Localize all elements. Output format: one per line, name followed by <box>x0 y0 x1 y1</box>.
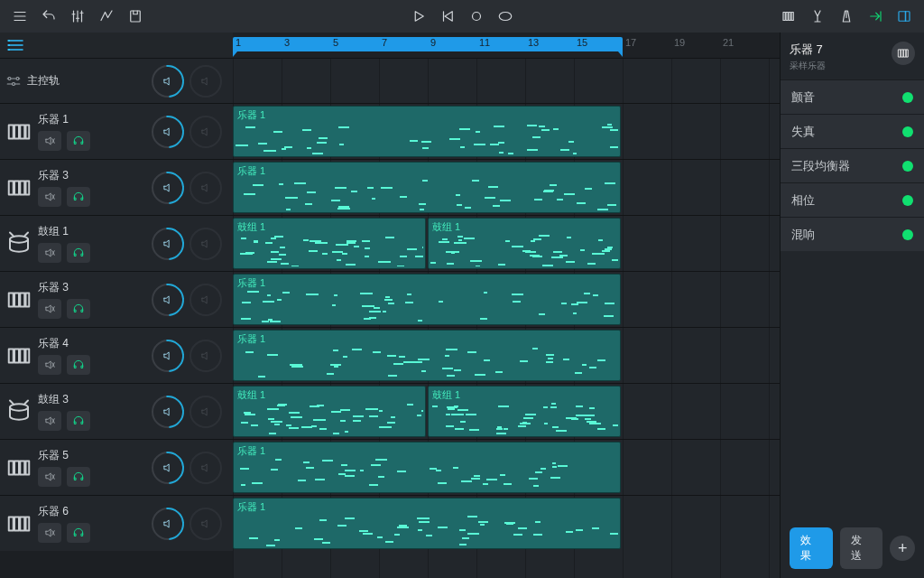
clip[interactable]: 乐器 1 <box>233 162 621 213</box>
effect-on-indicator[interactable] <box>902 126 913 137</box>
volume-knob[interactable] <box>152 396 184 428</box>
clip[interactable]: 鼓组 1 <box>428 218 621 269</box>
pan-knob[interactable] <box>189 452 222 484</box>
effect-item[interactable]: 失真 <box>781 114 924 148</box>
pan-knob[interactable] <box>189 172 222 204</box>
effect-item[interactable]: 相位 <box>781 182 924 217</box>
effect-item[interactable]: 三段均衡器 <box>781 148 924 182</box>
pan-knob[interactable] <box>189 116 222 148</box>
metronome-icon[interactable] <box>834 4 859 29</box>
track-row[interactable]: 乐器 3 <box>0 271 233 327</box>
timeline-row[interactable]: 乐器 1 <box>233 439 780 495</box>
menu-icon[interactable] <box>7 4 32 29</box>
monitor-button[interactable] <box>67 355 90 375</box>
timeline-row[interactable]: 乐器 1 <box>233 495 780 551</box>
mute-button[interactable] <box>38 243 61 263</box>
track-row[interactable]: 鼓组 1 <box>0 215 233 271</box>
pan-knob[interactable] <box>189 396 222 428</box>
track-row[interactable]: 鼓组 3 <box>0 383 233 439</box>
clip[interactable]: 乐器 1 <box>233 274 621 325</box>
loop-icon[interactable] <box>493 4 518 29</box>
loop-region[interactable] <box>233 37 623 51</box>
pan-knob[interactable] <box>189 340 222 372</box>
timeline-row[interactable]: 乐器 1 <box>233 159 780 215</box>
add-effect-button[interactable]: + <box>890 536 915 561</box>
pan-knob[interactable] <box>189 65 222 98</box>
rewind-icon[interactable] <box>435 4 460 29</box>
clip[interactable]: 鼓组 1 <box>233 218 426 269</box>
timeline-row[interactable]: 鼓组 1鼓组 1 <box>233 383 780 439</box>
automation-icon[interactable] <box>94 4 119 29</box>
undo-icon[interactable] <box>36 4 61 29</box>
drum-icon <box>5 230 32 257</box>
mute-button[interactable] <box>38 467 61 487</box>
record-icon[interactable] <box>464 4 489 29</box>
clip[interactable]: 乐器 1 <box>233 498 621 549</box>
track-row[interactable]: 乐器 6 <box>0 495 233 551</box>
pan-knob[interactable] <box>189 508 222 540</box>
effect-item[interactable]: 混响 <box>781 217 924 251</box>
volume-knob[interactable] <box>152 65 184 98</box>
volume-knob[interactable] <box>152 340 184 372</box>
clip[interactable]: 鼓组 1 <box>428 386 621 437</box>
svg-rect-41 <box>904 50 906 57</box>
volume-knob[interactable] <box>152 228 184 260</box>
monitor-button[interactable] <box>67 187 90 207</box>
effect-on-indicator[interactable] <box>902 161 913 172</box>
settings-icon[interactable] <box>5 73 22 89</box>
monitor-button[interactable] <box>67 411 90 431</box>
timeline-row[interactable]: 鼓组 1鼓组 1 <box>233 215 780 271</box>
mute-button[interactable] <box>38 355 61 375</box>
monitor-button[interactable] <box>67 243 90 263</box>
mixer-icon[interactable] <box>65 4 90 29</box>
clip[interactable]: 乐器 1 <box>233 106 621 157</box>
mute-button[interactable] <box>38 131 61 151</box>
svg-rect-5 <box>791 13 793 21</box>
master-track[interactable]: 主控轨 <box>0 58 233 103</box>
view-mode-icon[interactable] <box>7 39 23 51</box>
volume-knob[interactable] <box>152 172 184 204</box>
pan-knob[interactable] <box>189 228 222 260</box>
svg-rect-28 <box>20 349 24 362</box>
export-icon[interactable] <box>863 4 888 29</box>
track-row[interactable]: 乐器 5 <box>0 439 233 495</box>
piano-icon <box>5 342 32 369</box>
monitor-button[interactable] <box>67 299 90 319</box>
timeline-row[interactable]: 乐器 1 <box>233 271 780 327</box>
clip[interactable]: 乐器 1 <box>233 442 621 493</box>
ruler-bar-number: 21 <box>723 37 734 48</box>
volume-knob[interactable] <box>152 508 184 540</box>
play-icon[interactable] <box>406 4 431 29</box>
effect-on-indicator[interactable] <box>902 92 913 103</box>
volume-knob[interactable] <box>152 452 184 484</box>
pan-knob[interactable] <box>189 284 222 316</box>
keyboard-icon[interactable] <box>776 4 801 29</box>
mute-button[interactable] <box>38 187 61 207</box>
effect-on-indicator[interactable] <box>902 229 913 240</box>
timeline-row[interactable]: 乐器 1 <box>233 103 780 159</box>
mute-button[interactable] <box>38 299 61 319</box>
mute-button[interactable] <box>38 523 61 543</box>
snap-icon[interactable] <box>805 4 830 29</box>
effects-tab[interactable]: 效果 <box>790 527 833 569</box>
track-row[interactable]: 乐器 1 <box>0 103 233 159</box>
track-row[interactable]: 乐器 3 <box>0 159 233 215</box>
save-icon[interactable] <box>123 4 148 29</box>
clip[interactable]: 乐器 1 <box>233 330 621 381</box>
ruler-bar-number: 3 <box>284 37 290 48</box>
mute-button[interactable] <box>38 411 61 431</box>
monitor-button[interactable] <box>67 467 90 487</box>
clip[interactable]: 鼓组 1 <box>233 386 426 437</box>
panel-toggle-icon[interactable] <box>892 4 917 29</box>
track-row[interactable]: 乐器 4 <box>0 327 233 383</box>
timeline-row[interactable]: 乐器 1 <box>233 327 780 383</box>
send-tab[interactable]: 发送 <box>840 527 883 569</box>
volume-knob[interactable] <box>152 116 184 148</box>
timeline-ruler[interactable]: 13579111315171921 <box>233 33 780 58</box>
effect-on-indicator[interactable] <box>902 195 913 206</box>
instrument-type-icon[interactable] <box>892 42 915 65</box>
effect-item[interactable]: 颤音 <box>781 79 924 114</box>
monitor-button[interactable] <box>67 131 90 151</box>
volume-knob[interactable] <box>152 284 184 316</box>
monitor-button[interactable] <box>67 523 90 543</box>
